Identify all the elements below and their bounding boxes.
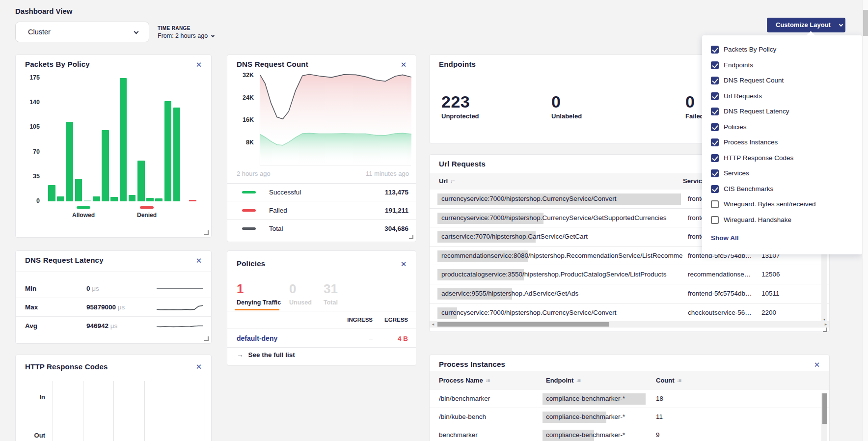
scroll-left-icon[interactable]: ◂ [430, 321, 436, 328]
table-row[interactable]: productcatalogservice:3550/hipstershop.P… [430, 265, 829, 284]
endpoint-cell: compliance-benchmarker-* [546, 431, 625, 439]
horizontal-scrollbar[interactable]: ◂ ▸ [430, 321, 829, 328]
vertical-scrollbar[interactable] [821, 393, 827, 441]
menu-item-url-requests[interactable]: Url Requests [702, 89, 862, 105]
active-tab-underline [235, 309, 279, 310]
menu-item-cis-benchmarks[interactable]: CIS Benchmarks [702, 182, 862, 197]
menu-item-dns-request-count[interactable]: DNS Request Count [702, 73, 862, 89]
checkbox-checked-icon[interactable] [711, 169, 719, 177]
column-header-url[interactable]: Url [439, 177, 455, 185]
legend-name: Total [269, 225, 283, 232]
sort-icon [677, 378, 681, 383]
allowed-axis-marker [77, 206, 90, 209]
menu-item-label: HTTP Response Codes [724, 154, 793, 162]
bar [57, 196, 64, 201]
view-selector-dropdown[interactable]: Cluster [15, 22, 149, 42]
card-title: Packets By Policy [25, 60, 90, 68]
resize-grip[interactable] [409, 235, 413, 239]
resize-grip[interactable] [204, 230, 209, 235]
menu-item-endpoints[interactable]: Endpoints [702, 58, 862, 74]
close-icon[interactable] [813, 360, 821, 369]
resize-grip[interactable] [204, 336, 209, 341]
table-row[interactable]: adservice:9555/hipstershop.AdService/Get… [430, 284, 829, 303]
column-header-endpoint[interactable]: Endpoint [546, 377, 580, 384]
checkbox-checked-icon[interactable] [711, 77, 719, 84]
close-icon[interactable] [194, 256, 203, 265]
count-cell: 9 [656, 431, 660, 439]
bar [110, 197, 118, 201]
time-range-value[interactable]: From: 2 hours ago [158, 32, 214, 39]
show-all-link[interactable]: Show All [711, 234, 739, 242]
bar [129, 195, 136, 201]
latency-value: 946942 μs [86, 322, 117, 330]
policy-link-default-deny[interactable]: default-deny [237, 334, 277, 342]
checkbox-checked-icon[interactable] [711, 46, 719, 54]
tab-total[interactable]: Total [324, 299, 338, 306]
menu-item-label: CIS Benchmarks [724, 185, 773, 193]
scrollbar-thumb[interactable] [437, 322, 609, 327]
dns-request-count-card: DNS Request Count 32K24K16K8K 2 hours ag… [227, 55, 416, 242]
menu-item-services[interactable]: Services [702, 166, 862, 182]
legend-name: Successful [269, 189, 301, 196]
scroll-right-icon[interactable]: ▸ [822, 321, 829, 328]
table-row[interactable]: benchmarkercompliance-benchmarker-*9 [430, 426, 829, 441]
menu-item-http-response-codes[interactable]: HTTP Response Codes [702, 151, 862, 166]
checkbox-unchecked-icon[interactable] [711, 200, 719, 208]
tab-denying-traffic[interactable]: Denying Traffic [237, 299, 281, 306]
legend-value: 191,211 [385, 207, 408, 214]
tab-unused[interactable]: Unused [289, 299, 312, 306]
menu-item-packets-by-policy[interactable]: Packets By Policy [702, 42, 862, 58]
scrollbar-thumb[interactable] [863, 10, 868, 36]
bar [84, 200, 91, 201]
page-scrollbar[interactable] [862, 0, 868, 441]
table-row[interactable]: currencyservice:7000/hipstershop.Currenc… [430, 303, 829, 323]
menu-item-process-instances[interactable]: Process Instances [702, 135, 862, 151]
column-header-process-name[interactable]: Process Name [439, 377, 489, 384]
denied-axis-marker [140, 206, 154, 209]
table-row[interactable]: /bin/kube-benchcompliance-benchmarker-*1… [430, 408, 829, 426]
egress-value: 4 B [374, 335, 408, 342]
menu-item-policies[interactable]: Policies [702, 120, 862, 136]
menu-item-wireguard-bytes-sent-received[interactable]: Wireguard. Bytes sent/received [702, 197, 862, 213]
legend-value: 304,686 [384, 225, 408, 232]
checkbox-checked-icon[interactable] [711, 123, 719, 131]
checkbox-unchecked-icon[interactable] [711, 216, 719, 224]
see-full-list-link[interactable]: See the full list [237, 351, 295, 358]
checkbox-checked-icon[interactable] [711, 138, 719, 146]
sort-icon [486, 378, 490, 383]
checkbox-checked-icon[interactable] [711, 108, 719, 115]
checkbox-checked-icon[interactable] [711, 92, 719, 100]
scrollbar-thumb[interactable] [822, 393, 827, 424]
sparkline [157, 319, 203, 335]
grid-line [53, 381, 53, 441]
count-cell: 2200 [761, 309, 776, 316]
resize-grip[interactable] [823, 328, 827, 332]
menu-item-label: DNS Request Latency [724, 108, 789, 115]
checkbox-checked-icon[interactable] [711, 61, 719, 69]
close-icon[interactable] [399, 260, 408, 269]
process-table-header: Process Name Endpoint Count [430, 371, 829, 390]
grid-line [205, 381, 205, 441]
legend-swatch [242, 227, 256, 230]
stat-failed: 0 Failed [685, 92, 704, 120]
close-icon[interactable] [194, 362, 203, 371]
x-label-left: 2 hours ago [237, 170, 271, 177]
checkbox-checked-icon[interactable] [711, 185, 719, 193]
table-row[interactable]: /bin/benchmarkercompliance-benchmarker-*… [430, 390, 829, 408]
checkbox-checked-icon[interactable] [711, 154, 719, 162]
menu-item-dns-request-latency[interactable]: DNS Request Latency [702, 104, 862, 120]
dns-area-chart [260, 72, 411, 166]
bar [155, 198, 163, 201]
bar [66, 122, 73, 201]
column-header-count[interactable]: Count [656, 377, 681, 384]
close-icon[interactable] [399, 60, 408, 69]
process-instances-card: Process Instances Process Name Endpoint … [429, 355, 830, 441]
count-cell: 18 [656, 395, 663, 402]
bar [146, 198, 154, 201]
close-icon[interactable] [194, 60, 203, 69]
menu-item-label: DNS Request Count [724, 77, 784, 84]
customize-layout-button[interactable]: Customize Layout [767, 18, 845, 32]
latency-row: Max95879000 μs [16, 298, 211, 317]
menu-item-wireguard-handshake[interactable]: Wireguard. Handshake [702, 213, 862, 228]
page-title: Dashboard View [15, 7, 72, 15]
